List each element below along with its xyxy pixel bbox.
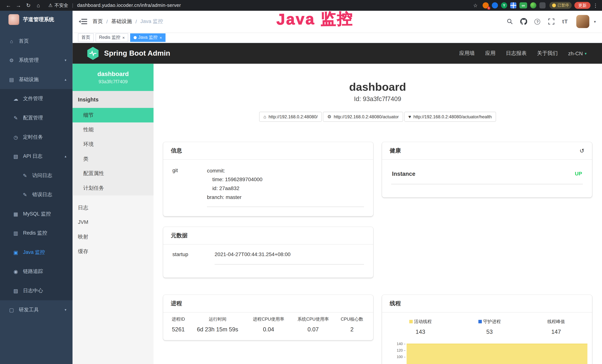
legend-value: 147 (547, 328, 565, 335)
sba-nav-wallboard[interactable]: 应用墙 (459, 50, 475, 57)
chrome-menu-icon[interactable]: ⋮ (593, 2, 598, 8)
sidebar-item-java-monitor[interactable]: ▣ Java 监控 (0, 243, 73, 262)
tab-redis-monitor[interactable]: Redis 监控 × (96, 33, 128, 42)
sba-item-config-properties[interactable]: 配置属性 (73, 166, 153, 181)
bookmark-star-icon[interactable]: ☆ (473, 2, 478, 8)
eye-icon: ◉ (13, 269, 19, 274)
sidebar-item-access-logs[interactable]: ✎ 访问日志 (0, 166, 73, 185)
legend-daemon-threads: 守护进程 53 (478, 319, 501, 335)
font-size-button[interactable]: tT (560, 17, 570, 27)
sba-instance-header[interactable]: dashboard 93a3fc7f7409 (73, 64, 153, 91)
github-button[interactable] (519, 17, 529, 27)
sba-item-performance[interactable]: 性能 (73, 123, 153, 137)
sidebar-item-label: Java 监控 (23, 249, 45, 256)
fullscreen-button[interactable] (546, 17, 556, 27)
spring-boot-admin-logo[interactable] (86, 47, 99, 60)
document-edit-icon: ✎ (22, 192, 28, 197)
sidebar-item-infrastructure[interactable]: ▤ 基础设施 ▴ (0, 70, 73, 89)
docs-button[interactable]: ? (532, 17, 542, 27)
user-avatar[interactable] (576, 15, 589, 28)
address-bar[interactable]: dashboard.yudao.iocoder.cn/infra/admin-s… (77, 3, 181, 8)
sidebar-item-log-center[interactable]: ▨ 日志中心 (0, 281, 73, 300)
sidebar-item-mysql-monitor[interactable]: ▦ MySQL 监控 (0, 204, 73, 224)
back-button[interactable]: ← (4, 2, 13, 8)
sba-item-jvm[interactable]: JVM (73, 215, 153, 230)
collapse-sidebar-button[interactable] (79, 18, 87, 25)
site-security-chip[interactable]: ⚠ 不安全 (48, 2, 68, 9)
app-logo[interactable]: 芋道管理系统 (0, 11, 73, 28)
link-health-url[interactable]: ♥ http://192.168.0.2:48080/actuator/heal… (404, 112, 496, 122)
close-icon[interactable]: × (160, 35, 162, 40)
git-id-line: id: 27aa832 (207, 184, 364, 193)
extension-grid-icon[interactable] (510, 2, 516, 8)
history-icon[interactable]: ↺ (580, 147, 584, 154)
sba-nav-journal[interactable]: 日志报表 (506, 50, 527, 57)
info-key: git (172, 167, 207, 207)
screen: ← → ↻ ⌂ ⚠ 不安全 | dashboard.yudao.iocoder.… (0, 0, 602, 364)
search-icon (507, 18, 513, 24)
sidebar-item-link-tracing[interactable]: ◉ 链路追踪 (0, 262, 73, 281)
breadcrumb-separator: / (136, 19, 137, 24)
cloud-icon: ☁ (13, 96, 19, 102)
sba-item-environment[interactable]: 环境 (73, 137, 153, 152)
extension-orange-icon[interactable]: 1 (483, 2, 489, 8)
sidebar-item-home[interactable]: ⌂ 首页 (0, 32, 73, 51)
edit-icon: ✎ (13, 115, 19, 121)
infrastructure-submenu: ☁ 文件管理 ✎ 配置管理 ◷ 定时任务 ▧ API 日志 ▴ ✎ (0, 89, 73, 300)
tab-home[interactable]: 首页 (78, 33, 94, 42)
extension-on-icon[interactable]: on (519, 2, 527, 8)
sba-item-classes[interactable]: 类 (73, 152, 153, 166)
search-button[interactable] (505, 17, 515, 27)
language-selector[interactable]: zh-CN ▾ (568, 50, 587, 56)
threads-chart-band (407, 344, 587, 364)
sba-sidebar: dashboard 93a3fc7f7409 Insights 细节 性能 环境… (73, 64, 153, 364)
yellow-legend-swatch (409, 320, 412, 323)
extension-puzzle-icon[interactable] (539, 2, 546, 8)
sba-item-caches[interactable]: 缓存 (73, 244, 153, 259)
link-root-url[interactable]: ⌂ http://192.168.0.2:48080/ (259, 112, 322, 122)
sidebar-item-label: 配置管理 (23, 114, 43, 121)
reload-button[interactable]: ↻ (24, 2, 33, 8)
health-card-body: Instance UP (382, 160, 592, 184)
metadata-value: 2021-04-27T00:44:31.254+08:00 (215, 251, 364, 264)
legend-peak-threads: 线程峰值 147 (547, 319, 565, 335)
sidebar-item-config-mgmt[interactable]: ✎ 配置管理 (0, 108, 73, 128)
extension-leaf-icon[interactable] (530, 2, 536, 8)
browser-home-button[interactable]: ⌂ (34, 2, 43, 8)
page-title: dashboard (163, 81, 592, 93)
process-header-uptime: 运行时间 (189, 315, 246, 325)
legend-value: 53 (478, 328, 501, 335)
sidebar-item-error-logs[interactable]: ✎ 错误日志 (0, 185, 73, 204)
navbar-actions: ? tT ▾ (505, 15, 596, 28)
extension-blue-icon[interactable] (492, 2, 498, 8)
instance-health-label[interactable]: Instance (392, 171, 415, 177)
sidebar-item-file-mgmt[interactable]: ☁ 文件管理 (0, 89, 73, 108)
avatar-caret-icon[interactable]: ▾ (594, 20, 596, 24)
sba-nav-applications[interactable]: 应用 (485, 50, 495, 57)
sba-item-mappings[interactable]: 映射 (73, 230, 153, 244)
info-card: 信息 git commit: time: 1596289704000 id: 2… (163, 142, 373, 216)
link-label: http://192.168.0.2:48080/ (269, 114, 318, 119)
forward-button[interactable]: → (14, 2, 23, 8)
toolbox-icon: ▢ (9, 307, 15, 313)
sidebar-item-scheduled-jobs[interactable]: ◷ 定时任务 (0, 128, 73, 147)
extension-green-icon[interactable]: Y (501, 2, 507, 8)
sba-item-scheduled-tasks[interactable]: 计划任务 (73, 181, 153, 195)
git-time-line: time: 1596289704000 (207, 175, 364, 184)
breadcrumb-home[interactable]: 首页 (93, 18, 103, 25)
sidebar-item-dev-tools[interactable]: ▢ 研发工具 ▾ (0, 300, 73, 320)
sba-item-logs[interactable]: 日志 (73, 201, 153, 215)
chrome-update-button[interactable]: 更新 (574, 2, 591, 9)
link-actuator-url[interactable]: ⚙ http://192.168.0.2:48080/actuator (323, 112, 403, 122)
breadcrumb-infrastructure[interactable]: 基础设施 (111, 18, 132, 25)
profile-paused-pill[interactable]: 已暂停 (549, 2, 572, 9)
sidebar-item-api-logs[interactable]: ▧ API 日志 ▴ (0, 147, 73, 166)
chevron-down-icon: ▾ (65, 58, 66, 62)
close-icon[interactable]: × (122, 35, 125, 40)
tab-java-monitor[interactable]: Java 监控 × (130, 33, 165, 42)
sidebar-item-redis-monitor[interactable]: ▥ Redis 监控 (0, 224, 73, 243)
sba-nav-about[interactable]: 关于我们 (537, 50, 558, 57)
sidebar-item-system-mgmt[interactable]: ⚙ 系统管理 ▾ (0, 51, 73, 70)
pulse-icon (88, 49, 97, 58)
sba-item-details[interactable]: 细节 (73, 108, 153, 123)
